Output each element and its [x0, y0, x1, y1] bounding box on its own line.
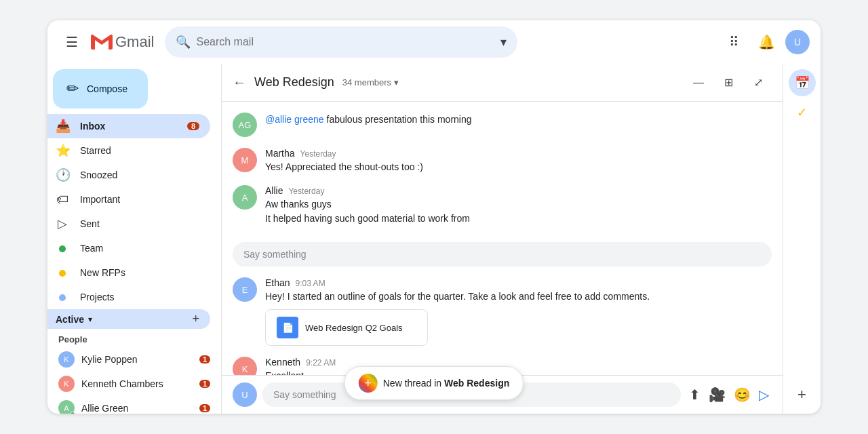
active-chevron: ▾	[88, 315, 92, 324]
tasks-button[interactable]: ✓	[789, 99, 816, 126]
new-thread-button[interactable]: + New thread in Web Redesign	[344, 366, 524, 400]
hamburger-icon: ☰	[66, 34, 78, 50]
minimize-button[interactable]: —	[685, 69, 712, 96]
chat-title: Web Redesign	[254, 75, 334, 90]
attachment-doc-icon: 📄	[277, 317, 298, 338]
active-section[interactable]: Active ▾ +	[47, 309, 210, 329]
sent-icon: ▷	[56, 216, 69, 231]
msg-name-ethan: Ethan	[265, 277, 290, 288]
input-actions: ⬆ 🎥 😊 ▷	[686, 384, 772, 406]
sidebar-item-important[interactable]: 🏷 Important	[47, 187, 210, 212]
hamburger-button[interactable]: ☰	[58, 28, 85, 56]
sidebar-item-projects[interactable]: Projects	[47, 285, 210, 309]
attachment-name: Web Redesign Q2 Goals	[305, 323, 403, 333]
inbox-badge: 8	[187, 122, 199, 130]
rfps-dot	[59, 270, 66, 277]
sidebar-item-label-snoozed: Snoozed	[80, 170, 199, 180]
projects-dot	[59, 294, 66, 301]
chat-header-actions: — ⊞ ⤢	[685, 69, 772, 96]
gmail-m-icon	[91, 34, 113, 50]
chat-area: ← Web Redesign 34 members ▾ — ⊞ ⤢ AG	[221, 64, 783, 414]
chat-header: ← Web Redesign 34 members ▾ — ⊞ ⤢	[222, 64, 783, 102]
sidebar-item-label-team: Team	[80, 243, 199, 254]
members-chevron-icon: ▾	[394, 77, 399, 87]
msg-header-allie: Allie Yesterday	[265, 185, 772, 196]
message-group-allie: A Allie Yesterday Aw thanks guys It help…	[233, 185, 772, 226]
active-label: Active	[56, 314, 84, 325]
say-something-inline-placeholder: Say something	[243, 249, 307, 260]
sidebar-item-label-new-rfps: New RFPs	[80, 267, 199, 278]
back-button[interactable]: ←	[233, 75, 246, 90]
search-icon: 🔍	[176, 35, 191, 50]
sidebar-item-team[interactable]: Team	[47, 236, 210, 260]
chat-messages: AG @allie greene fabulous presentation t…	[222, 102, 783, 375]
upload-icon[interactable]: ⬆	[686, 384, 703, 406]
msg-text-martha: Yes! Appreciated the shout-outs too :)	[265, 160, 772, 174]
msg-avatar-allie-prev: AG	[233, 113, 257, 137]
people-item-kylie[interactable]: K Kylie Poppen 1	[47, 347, 221, 372]
kylie-badge: 1	[199, 355, 210, 363]
msg-avatar-ethan: E	[233, 277, 257, 302]
compose-plus-icon: ✏	[66, 80, 79, 98]
people-name-allie: Allie Green	[81, 403, 128, 414]
chat-input-placeholder: Say something	[273, 389, 336, 400]
msg-name-martha: Martha	[265, 148, 295, 159]
search-chevron-icon: ▾	[500, 35, 507, 50]
people-section-header: People	[47, 329, 221, 347]
message-group-ethan: E Ethan 9:03 AM Hey! I started an outlin…	[233, 277, 772, 346]
msg-content-allie-prev: @allie greene fabulous presentation this…	[265, 113, 772, 137]
sidebar-item-label-important: Important	[80, 194, 199, 205]
team-dot	[59, 245, 66, 252]
people-item-allie[interactable]: A Allie Green 1	[47, 396, 221, 414]
sidebar-item-label-projects: Projects	[80, 292, 199, 302]
mention-allie: @allie greene	[265, 114, 324, 125]
notifications-button[interactable]: 🔔	[753, 28, 780, 56]
account-avatar[interactable]: U	[785, 30, 810, 54]
sidebar-item-label-sent: Sent	[80, 218, 199, 229]
msg-text-allie-1: Aw thanks guys	[265, 197, 772, 212]
allie-avatar: A	[58, 400, 75, 414]
user-avatar: U	[233, 382, 257, 407]
top-bar-right: ⠿ 🔔 U	[720, 28, 810, 56]
say-something-inline[interactable]: Say something	[233, 242, 772, 267]
calendar-button[interactable]: 📅	[789, 69, 816, 96]
compose-button[interactable]: ✏ Compose	[53, 69, 148, 108]
add-active-button[interactable]: +	[192, 312, 199, 326]
allie-online-dot	[70, 412, 75, 414]
sidebar-item-inbox[interactable]: 📥 Inbox 8	[47, 114, 210, 138]
open-external-button[interactable]: ⤢	[745, 69, 772, 96]
people-item-kenneth[interactable]: K Kenneth Chambers 1	[47, 372, 221, 396]
msg-text-allie-prev: @allie greene fabulous presentation this…	[265, 113, 772, 127]
meet-icon[interactable]: 🎥	[706, 384, 728, 406]
msg-content-allie: Allie Yesterday Aw thanks guys It helped…	[265, 185, 772, 226]
compose-label: Compose	[87, 83, 127, 94]
search-bar[interactable]: 🔍 ▾	[165, 26, 517, 58]
allie-badge: 1	[199, 404, 210, 412]
attachment-card[interactable]: 📄 Web Redesign Q2 Goals	[265, 309, 428, 346]
split-button[interactable]: ⊞	[715, 69, 742, 96]
msg-time-kenneth: 9:22 AM	[306, 358, 336, 368]
msg-time-allie: Yesterday	[288, 186, 324, 196]
send-icon[interactable]: ▷	[756, 384, 772, 406]
sidebar-item-new-rfps[interactable]: New RFPs	[47, 260, 210, 285]
gmail-text: Gmail	[115, 33, 154, 51]
people-name-kenneth: Kenneth Chambers	[81, 378, 163, 389]
right-sidebar: 📅 ✓ +	[783, 64, 821, 414]
sidebar-item-sent[interactable]: ▷ Sent	[47, 212, 210, 236]
add-plugin-button[interactable]: +	[789, 381, 816, 408]
msg-text-allie-2: It helped having such good material to w…	[265, 212, 772, 226]
kenneth-avatar: K	[58, 376, 75, 392]
msg-time-ethan: 9:03 AM	[296, 279, 326, 288]
sidebar-item-starred[interactable]: ⭐ Starred	[47, 138, 210, 163]
gmail-logo: Gmail	[91, 33, 154, 51]
apps-button[interactable]: ⠿	[720, 28, 747, 56]
sidebar-item-label-starred: Starred	[80, 145, 199, 156]
top-bar: ☰	[47, 20, 821, 64]
members-info[interactable]: 34 members ▾	[342, 77, 399, 87]
msg-name-allie: Allie	[265, 185, 283, 196]
sidebar-item-snoozed[interactable]: 🕐 Snoozed	[47, 163, 210, 187]
new-thread-plus-icon: +	[359, 374, 378, 393]
msg-header-ethan: Ethan 9:03 AM	[265, 277, 772, 288]
search-input[interactable]	[196, 36, 495, 48]
emoji-icon[interactable]: 😊	[731, 384, 753, 406]
